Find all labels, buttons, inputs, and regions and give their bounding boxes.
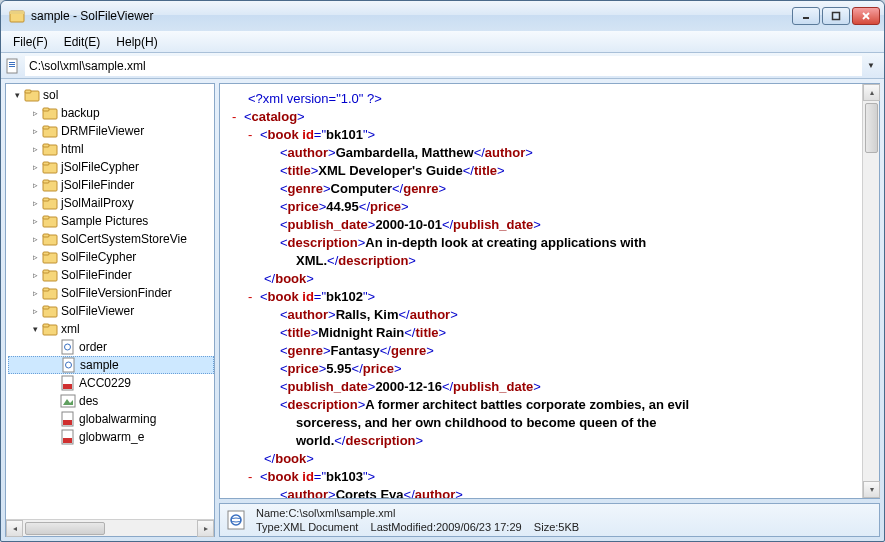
collapse-toggle[interactable]: -	[232, 108, 244, 126]
address-bar: ▼	[1, 53, 884, 79]
scroll-thumb[interactable]	[865, 103, 878, 153]
tree-node-file-selected[interactable]: sample	[8, 356, 214, 374]
expander-icon[interactable]: ▹	[28, 106, 42, 120]
svg-rect-9	[9, 66, 15, 67]
tree-node-folder[interactable]: ▹DRMFileViewer	[8, 122, 214, 140]
expander-icon[interactable]: ▹	[28, 250, 42, 264]
scroll-up-button[interactable]: ▴	[863, 84, 880, 101]
tree-node-folder[interactable]: ▹SolCertSystemStoreVie	[8, 230, 214, 248]
folder-icon	[42, 105, 58, 121]
tree-label: globwarm_e	[79, 430, 144, 444]
tree-node-root[interactable]: ▾ sol	[8, 86, 214, 104]
svg-rect-35	[43, 306, 49, 309]
tree-node-folder[interactable]: ▹SolFileViewer	[8, 302, 214, 320]
status-text: Name:C:\sol\xml\sample.xml Type:XML Docu…	[256, 506, 579, 534]
file-type-icon	[226, 509, 248, 531]
svg-rect-27	[43, 234, 49, 237]
tree-node-file[interactable]: des	[8, 392, 214, 410]
expander-icon[interactable]: ▹	[28, 268, 42, 282]
address-dropdown-button[interactable]: ▼	[862, 56, 880, 76]
expander-icon[interactable]: ▹	[28, 196, 42, 210]
scroll-right-button[interactable]: ▸	[197, 520, 214, 537]
svg-rect-15	[43, 126, 49, 129]
folder-icon	[42, 303, 58, 319]
maximize-button[interactable]	[822, 7, 850, 25]
folder-icon	[42, 177, 58, 193]
svg-rect-13	[43, 108, 49, 111]
expander-spacer	[47, 358, 61, 372]
tree-node-folder[interactable]: ▹jSolMailProxy	[8, 194, 214, 212]
xml-content[interactable]: <?xml version="1.0" ?> -<catalog> -<book…	[220, 84, 862, 498]
expander-icon[interactable]: ▾	[10, 88, 24, 102]
tree-node-file[interactable]: order	[8, 338, 214, 356]
address-input[interactable]	[25, 56, 862, 76]
svg-rect-33	[43, 288, 49, 291]
tree-label: Sample Pictures	[61, 214, 148, 228]
tree-label: html	[61, 142, 84, 156]
close-button[interactable]	[852, 7, 880, 25]
xml-v-scrollbar[interactable]: ▴ ▾	[862, 84, 879, 498]
expander-icon[interactable]: ▹	[28, 124, 42, 138]
tree-label: order	[79, 340, 107, 354]
tree-node-folder[interactable]: ▹SolFileCypher	[8, 248, 214, 266]
folder-tree-panel: ▾ sol ▹backup▹DRMFileViewer▹html▹jSolFil…	[5, 83, 215, 537]
tree-node-file[interactable]: globwarm_e	[8, 428, 214, 446]
tree-node-folder[interactable]: ▹Sample Pictures	[8, 212, 214, 230]
svg-rect-29	[43, 252, 49, 255]
tree-node-folder[interactable]: ▹SolFileVersionFinder	[8, 284, 214, 302]
collapse-toggle[interactable]: -	[248, 288, 260, 306]
tree-label: DRMFileViewer	[61, 124, 144, 138]
tree-label: SolCertSystemStoreVie	[61, 232, 187, 246]
tree-label: SolFileViewer	[61, 304, 134, 318]
expander-icon[interactable]: ▹	[28, 160, 42, 174]
tree-label: SolFileFinder	[61, 268, 132, 282]
scroll-left-button[interactable]: ◂	[6, 520, 23, 537]
folder-icon	[42, 285, 58, 301]
tree-label: ACC0229	[79, 376, 131, 390]
menu-help[interactable]: Help(H)	[108, 33, 165, 51]
collapse-toggle[interactable]: -	[248, 468, 260, 486]
menu-edit[interactable]: Edit(E)	[56, 33, 109, 51]
tree-node-folder[interactable]: ▹jSolFileFinder	[8, 176, 214, 194]
scroll-down-button[interactable]: ▾	[863, 481, 880, 498]
expander-icon[interactable]: ▹	[28, 214, 42, 228]
titlebar[interactable]: sample - SolFileViewer	[1, 1, 884, 31]
minimize-button[interactable]	[792, 7, 820, 25]
tree-node-folder[interactable]: ▹jSolFileCypher	[8, 158, 214, 176]
xml-viewer: <?xml version="1.0" ?> -<catalog> -<book…	[219, 83, 880, 499]
expander-spacer	[46, 394, 60, 408]
tree-node-folder[interactable]: ▹html	[8, 140, 214, 158]
svg-rect-11	[25, 90, 31, 93]
expander-icon[interactable]: ▹	[28, 232, 42, 246]
menu-file[interactable]: File(F)	[5, 33, 56, 51]
tree-node-folder[interactable]: ▹backup	[8, 104, 214, 122]
folder-icon	[42, 231, 58, 247]
app-window: sample - SolFileViewer File(F) Edit(E) H…	[0, 0, 885, 542]
expander-icon[interactable]: ▹	[28, 178, 42, 192]
folder-tree[interactable]: ▾ sol ▹backup▹DRMFileViewer▹html▹jSolFil…	[6, 84, 214, 519]
scroll-thumb[interactable]	[25, 522, 105, 535]
expander-icon[interactable]: ▹	[28, 304, 42, 318]
scroll-track[interactable]	[23, 520, 197, 537]
tree-h-scrollbar[interactable]: ◂ ▸	[6, 519, 214, 536]
collapse-toggle[interactable]: -	[248, 126, 260, 144]
folder-icon	[42, 249, 58, 265]
tree-node-folder[interactable]: ▹SolFileFinder	[8, 266, 214, 284]
image-file-icon	[60, 393, 76, 409]
expander-icon[interactable]: ▹	[28, 142, 42, 156]
expander-icon[interactable]: ▹	[28, 286, 42, 300]
tree-label: sol	[43, 88, 58, 102]
tree-label: des	[79, 394, 98, 408]
status-bar: Name:C:\sol\xml\sample.xml Type:XML Docu…	[219, 503, 880, 537]
tree-node-file[interactable]: globalwarming	[8, 410, 214, 428]
app-icon	[9, 8, 25, 24]
svg-rect-3	[833, 13, 840, 20]
expander-icon[interactable]: ▾	[28, 322, 42, 336]
svg-rect-23	[43, 198, 49, 201]
svg-rect-8	[9, 64, 15, 65]
folder-icon	[42, 195, 58, 211]
tree-node-file[interactable]: ACC0229	[8, 374, 214, 392]
pdf-file-icon	[60, 375, 76, 391]
tree-node-xml[interactable]: ▾ xml	[8, 320, 214, 338]
scroll-track[interactable]	[863, 101, 879, 481]
